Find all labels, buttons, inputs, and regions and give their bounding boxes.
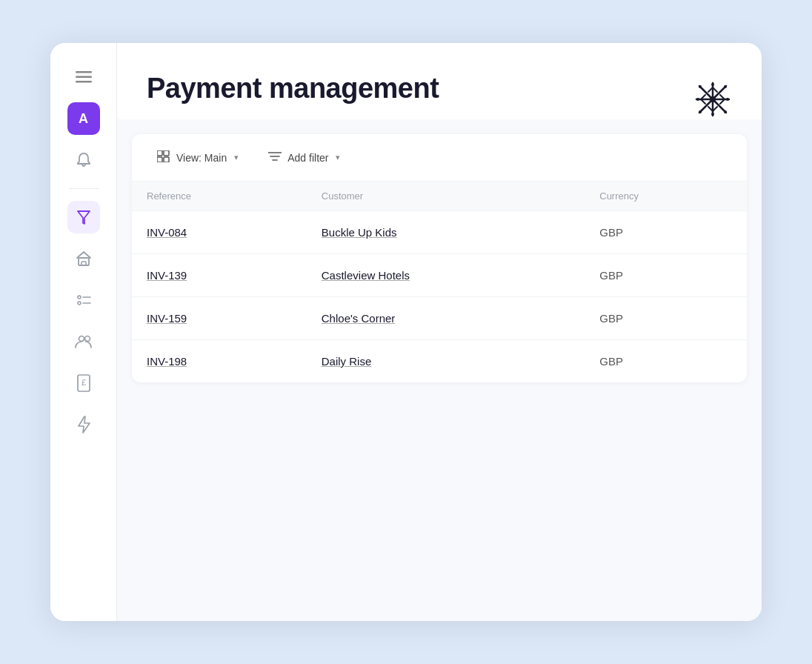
- main-content: Payment management: [117, 43, 762, 621]
- filter-label: Add filter: [287, 152, 328, 164]
- filter-icon: [268, 151, 282, 164]
- svg-rect-22: [76, 76, 92, 79]
- cell-customer[interactable]: Buckle Up Kids: [307, 211, 585, 254]
- svg-rect-36: [157, 157, 162, 162]
- data-table: Reference Customer Currency INV-: [132, 182, 747, 382]
- table-row: INV-084 Buckle Up Kids GBP: [132, 211, 747, 254]
- cell-customer[interactable]: Daily Rise: [307, 340, 585, 383]
- view-chevron-icon: ▾: [234, 153, 239, 162]
- svg-point-26: [78, 296, 81, 299]
- svg-rect-21: [76, 71, 92, 73]
- sidebar: A: [50, 43, 117, 621]
- svg-rect-35: [164, 150, 169, 156]
- svg-text:£: £: [81, 378, 85, 387]
- menu-icon[interactable]: [67, 61, 100, 93]
- svg-point-28: [78, 302, 81, 305]
- table-row: INV-159 Chloe's Corner GBP: [132, 297, 747, 340]
- cell-currency: GBP: [585, 340, 747, 383]
- svg-rect-34: [157, 150, 162, 156]
- cell-reference[interactable]: INV-159: [132, 297, 307, 340]
- cell-reference[interactable]: INV-084: [132, 211, 307, 254]
- cell-reference[interactable]: INV-139: [132, 254, 307, 297]
- table-view-icon: [157, 150, 170, 165]
- content-area: View: Main ▾ Add filter ▾: [117, 119, 762, 621]
- page-header: Payment management: [117, 43, 762, 119]
- tasks-icon[interactable]: [67, 284, 100, 316]
- cell-customer[interactable]: Castleview Hotels: [307, 254, 585, 297]
- svg-rect-25: [81, 262, 86, 265]
- filter-button[interactable]: Add filter ▾: [261, 147, 347, 168]
- view-label: View: Main: [176, 152, 227, 164]
- table-toolbar: View: Main ▾ Add filter ▾: [132, 134, 747, 182]
- table-row: INV-139 Castleview Hotels GBP: [132, 254, 747, 297]
- svg-rect-37: [164, 157, 169, 162]
- view-button[interactable]: View: Main ▾: [150, 146, 246, 169]
- col-customer: Customer: [307, 182, 585, 211]
- home-icon[interactable]: [67, 242, 100, 275]
- notification-icon[interactable]: [67, 144, 100, 176]
- lightning-icon[interactable]: [67, 408, 100, 441]
- cell-currency: GBP: [585, 297, 747, 340]
- app-container: A: [50, 43, 762, 621]
- col-reference: Reference: [132, 182, 307, 211]
- cell-currency: GBP: [585, 211, 747, 254]
- svg-rect-23: [76, 81, 92, 83]
- table-header-row: Reference Customer Currency: [132, 182, 747, 211]
- people-icon[interactable]: [67, 325, 100, 358]
- table-row: INV-198 Daily Rise GBP: [132, 340, 747, 383]
- invoice-icon[interactable]: £: [67, 367, 100, 399]
- cell-reference[interactable]: INV-198: [132, 340, 307, 383]
- filter-chevron-icon: ▾: [336, 153, 340, 162]
- svg-point-31: [84, 336, 90, 342]
- col-currency: Currency: [585, 182, 747, 211]
- page-title: Payment management: [147, 73, 732, 104]
- filter-y-icon[interactable]: [67, 201, 100, 233]
- cell-customer[interactable]: Chloe's Corner: [307, 297, 585, 340]
- table-section: View: Main ▾ Add filter ▾: [132, 134, 747, 382]
- cell-currency: GBP: [585, 254, 747, 297]
- sidebar-divider-1: [69, 188, 99, 189]
- avatar-icon[interactable]: A: [67, 102, 100, 135]
- svg-point-30: [79, 336, 84, 342]
